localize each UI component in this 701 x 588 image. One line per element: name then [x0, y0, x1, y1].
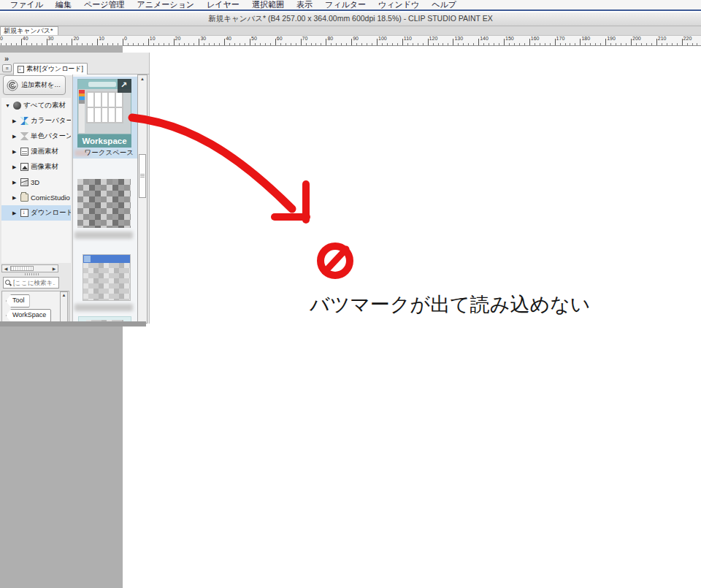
ruler-label: 130 [454, 36, 463, 41]
ruler-tick [616, 43, 616, 45]
menu-filter[interactable]: フィルター [325, 0, 366, 10]
tree-item-mono-pattern[interactable]: ▶ 単色パターン [1, 129, 71, 144]
material-search-box[interactable] [3, 277, 59, 289]
expander-icon[interactable]: ▶ [12, 195, 18, 201]
ruler-tick [667, 43, 667, 45]
menu-help[interactable]: ヘルプ [432, 0, 456, 10]
tree-item-download[interactable]: ▶ ダウンロード [1, 205, 71, 221]
tag-tool[interactable]: Tool [6, 294, 30, 308]
tree-item-manga-material[interactable]: ▶ 漫画素材 [1, 144, 71, 159]
ruler-tick [418, 43, 418, 45]
tree-item-image-material[interactable]: ▶ 画像素材 [1, 159, 71, 175]
scroll-up-icon[interactable]: ▲ [61, 292, 67, 299]
materials-tab-label: 素材[ダウンロード] [26, 64, 83, 74]
ruler-tick [184, 43, 185, 45]
canvas-tab[interactable]: 新規キャンバス* [0, 26, 58, 35]
expander-icon[interactable]: ▶ [12, 134, 18, 140]
ruler-label: 20 [73, 36, 79, 41]
menu-selection[interactable]: 選択範囲 [252, 0, 284, 10]
tag-scrollbar[interactable]: ▲ [60, 291, 68, 323]
ruler-tick [372, 43, 372, 45]
ruler-label: 150 [505, 36, 514, 41]
ruler-tick [458, 43, 459, 45]
menu-view[interactable]: 表示 [296, 0, 313, 10]
ruler-tick [580, 39, 581, 45]
scroll-up-icon[interactable]: ▲ [139, 76, 146, 83]
ruler-tick [351, 39, 352, 45]
ruler-tick [468, 43, 469, 45]
ruler-label: 10 [99, 36, 104, 41]
palette-menu-icon[interactable]: ≡ [2, 64, 12, 72]
scroll-right-icon[interactable]: ▶ [51, 266, 57, 272]
ruler-tick [636, 43, 637, 45]
menu-file[interactable]: ファイル [10, 0, 43, 10]
tree-horizontal-scrollbar[interactable]: ◀ ▶ [1, 264, 58, 272]
menu-window[interactable]: ウィンドウ [378, 0, 419, 10]
ruler-tick [255, 43, 256, 45]
ruler-label: 30 [200, 36, 206, 41]
ruler-tick [123, 39, 123, 45]
ruler-label: 60 [277, 36, 283, 41]
menu-page-management[interactable]: ページ管理 [84, 0, 125, 10]
ruler-tick [128, 43, 129, 45]
ruler-label: 220 [683, 36, 692, 41]
ruler-tick [565, 43, 566, 45]
search-input[interactable] [13, 279, 55, 286]
download-page-icon [18, 66, 24, 73]
ruler-tick [382, 43, 383, 45]
censored-material-thumbnail[interactable] [77, 179, 131, 228]
ruler-tick [341, 43, 342, 45]
ruler-label: 180 [581, 36, 590, 41]
ruler-tick [453, 39, 453, 45]
ruler-tick [346, 43, 347, 45]
ruler-tick [250, 39, 250, 45]
add-material-button[interactable]: 追加素材を… [3, 75, 66, 95]
thumb-mini-toolbar [79, 90, 85, 133]
ruler-tick [499, 43, 499, 45]
tree-item-3d[interactable]: ▶ 3D [1, 175, 71, 190]
ruler-tick [483, 43, 484, 45]
ruler-tick [545, 43, 545, 45]
dialog-material-thumbnail[interactable] [83, 254, 131, 301]
ruler-tick [377, 39, 378, 45]
expand-icon[interactable] [118, 79, 131, 93]
ruler-tick [610, 43, 611, 45]
ruler-label: 30 [48, 36, 54, 41]
add-material-label: 追加素材を… [21, 80, 61, 90]
app-window: ファイル 編集 ページ管理 アニメーション レイヤー 選択範囲 表示 フィルター… [0, 0, 701, 588]
menu-animation[interactable]: アニメーション [137, 0, 195, 10]
thumbnail-scrollbar[interactable]: ▲ [137, 75, 148, 324]
ruler-tick [280, 43, 281, 45]
ruler-tick [194, 43, 194, 45]
ruler-tick [448, 43, 448, 45]
tree-item-color-pattern[interactable]: ▶ カラーパターン [1, 113, 71, 129]
expander-icon[interactable]: ▶ [12, 164, 18, 170]
expander-icon[interactable]: ▶ [12, 180, 18, 186]
tag-workspace[interactable]: WorkSpace [6, 309, 51, 322]
color-pattern-icon [20, 117, 28, 125]
panel-drag-dots[interactable] [25, 273, 39, 275]
ruler-tick [687, 43, 688, 45]
tree-item-comicstudio[interactable]: ▶ ComicStudio [1, 190, 71, 205]
expander-icon[interactable]: ▶ [12, 118, 18, 124]
cube-3d-icon [20, 178, 28, 186]
ruler-label: 160 [531, 36, 540, 41]
ruler-tick [72, 39, 72, 45]
tree-item-all-materials[interactable]: ▼ すべての素材 [1, 98, 71, 113]
expander-icon[interactable]: ▶ [12, 210, 18, 216]
censored-caption [74, 304, 133, 311]
ruler-tick [428, 39, 429, 45]
expander-icon[interactable]: ▼ [5, 103, 11, 108]
scroll-left-icon[interactable]: ◀ [3, 266, 9, 272]
menu-layer[interactable]: レイヤー [207, 0, 240, 10]
menu-edit[interactable]: 編集 [55, 0, 72, 10]
expander-icon[interactable]: ▶ [12, 149, 18, 155]
ruler-tick [575, 43, 575, 45]
prohibition-circle [321, 246, 350, 275]
materials-palette: » ≡ 素材[ダウンロード] 追加素材を… ▼ すべての素材 [0, 53, 150, 324]
ruler-tick [158, 43, 159, 45]
workspace-material-thumbnail[interactable] [77, 79, 131, 134]
materials-tab[interactable]: 素材[ダウンロード] [13, 63, 88, 75]
ruler-tick [494, 43, 494, 45]
ruler-tick [524, 43, 525, 45]
